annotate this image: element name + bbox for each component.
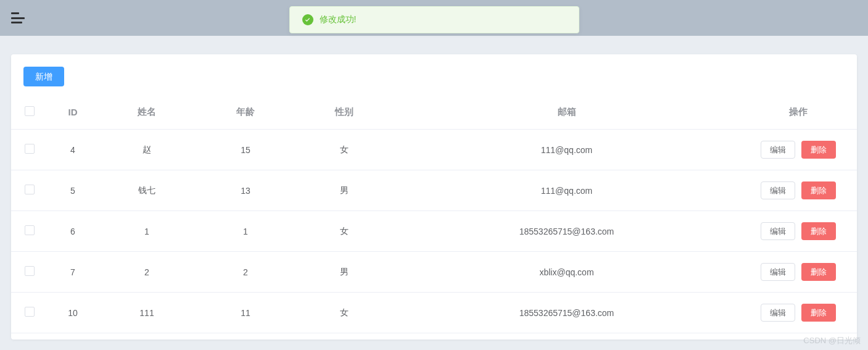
cell-id: 5 (48, 170, 97, 211)
col-ops: 操作 (740, 95, 857, 130)
check-circle-icon (302, 14, 313, 25)
table-row: 1011111女18553265715@163.com编辑删除 (11, 293, 857, 333)
cell-age: 1 (196, 211, 295, 252)
row-checkbox[interactable] (25, 266, 35, 276)
delete-button[interactable]: 删除 (801, 141, 836, 159)
edit-button[interactable]: 编辑 (761, 181, 795, 199)
cell-gender: 女 (295, 293, 394, 333)
col-age: 年龄 (196, 95, 295, 130)
cell-name: 赵 (97, 130, 196, 170)
cell-id: 10 (48, 293, 97, 333)
cell-id: 4 (48, 130, 97, 170)
row-checkbox[interactable] (25, 307, 35, 317)
cell-name: 钱七 (97, 170, 196, 211)
cell-name: 2 (97, 252, 196, 293)
col-name: 姓名 (97, 95, 196, 130)
add-button[interactable]: 新增 (23, 67, 64, 86)
cell-id: 7 (48, 252, 97, 293)
topbar: 修改成功! (0, 0, 868, 36)
delete-button[interactable]: 删除 (801, 304, 836, 322)
table-row: 722男xblix@qq.com编辑删除 (11, 252, 857, 293)
cell-email: 18553265715@163.com (394, 293, 740, 333)
edit-button[interactable]: 编辑 (761, 141, 795, 159)
cell-email: xblix@qq.com (394, 252, 740, 293)
cell-gender: 女 (295, 211, 394, 252)
col-id: ID (48, 95, 97, 130)
delete-button[interactable]: 删除 (801, 181, 836, 199)
select-all-checkbox[interactable] (25, 106, 35, 116)
table-row: 611女18553265715@163.com编辑删除 (11, 211, 857, 252)
delete-button[interactable]: 删除 (801, 222, 836, 240)
cell-email: 111@qq.com (394, 170, 740, 211)
success-toast: 修改成功! (289, 6, 579, 33)
row-checkbox[interactable] (25, 144, 35, 154)
edit-button[interactable]: 编辑 (761, 263, 795, 281)
cell-age: 2 (196, 252, 295, 293)
cell-gender: 男 (295, 252, 394, 293)
cell-name: 1 (97, 211, 196, 252)
cell-id: 6 (48, 211, 97, 252)
cell-age: 15 (196, 130, 295, 170)
toast-message: 修改成功! (320, 14, 357, 25)
table-row: 4赵15女111@qq.com编辑删除 (11, 130, 857, 170)
row-checkbox[interactable] (25, 225, 35, 235)
main-panel: 新增 ID 姓名 年龄 性别 邮箱 操作 4赵15女111@qq.com编辑删除… (11, 54, 857, 340)
cell-gender: 女 (295, 130, 394, 170)
data-table: ID 姓名 年龄 性别 邮箱 操作 4赵15女111@qq.com编辑删除5钱七… (11, 95, 857, 333)
cell-name: 111 (97, 293, 196, 333)
watermark: CSDN @日光倾 (803, 335, 861, 346)
col-email: 邮箱 (394, 95, 740, 130)
cell-age: 13 (196, 170, 295, 211)
row-checkbox[interactable] (25, 185, 35, 194)
table-row: 5钱七13男111@qq.com编辑删除 (11, 170, 857, 211)
cell-age: 11 (196, 293, 295, 333)
table-header-row: ID 姓名 年龄 性别 邮箱 操作 (11, 95, 857, 130)
delete-button[interactable]: 删除 (801, 263, 836, 281)
menu-toggle-icon[interactable] (11, 12, 25, 23)
cell-gender: 男 (295, 170, 394, 211)
edit-button[interactable]: 编辑 (761, 304, 795, 322)
col-gender: 性别 (295, 95, 394, 130)
cell-email: 111@qq.com (394, 130, 740, 170)
edit-button[interactable]: 编辑 (761, 222, 795, 240)
cell-email: 18553265715@163.com (394, 211, 740, 252)
